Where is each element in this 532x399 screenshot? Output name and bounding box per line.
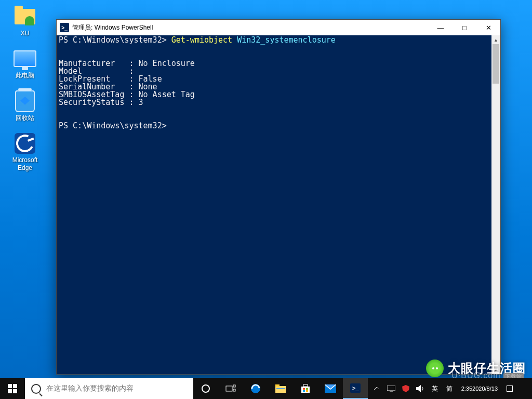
folder-user-icon xyxy=(14,5,36,28)
svg-rect-17 xyxy=(387,385,395,391)
svg-rect-1 xyxy=(226,386,232,391)
taskbar-powershell[interactable]: >_ xyxy=(343,378,368,399)
command-arg: Win32_systemenclosure xyxy=(232,35,336,45)
tray-date: 2020/8/13 xyxy=(472,385,498,392)
svg-rect-2 xyxy=(233,385,235,387)
svg-rect-12 xyxy=(303,390,305,392)
svg-rect-6 xyxy=(275,384,280,387)
desktop[interactable]: XU 此电脑 回收站 Microsoft Edge >_ 管理员: Window… xyxy=(0,0,532,399)
tray-notifications[interactable] xyxy=(505,378,514,399)
svg-rect-13 xyxy=(306,390,308,392)
taskbar-edge[interactable] xyxy=(243,378,268,399)
svg-point-0 xyxy=(202,385,209,392)
shield-icon xyxy=(402,385,409,392)
start-button[interactable] xyxy=(0,378,25,399)
window-titlebar[interactable]: >_ 管理员: Windows PowerShell — □ ✕ xyxy=(57,20,500,36)
command-cmdlet: Get-wmiobject xyxy=(171,35,232,45)
tray-time: 2:35 xyxy=(461,385,472,392)
recycle-bin-icon xyxy=(14,90,36,113)
edge-icon xyxy=(14,132,36,155)
svg-marker-19 xyxy=(416,385,421,392)
scrollbar[interactable]: ▲ ▼ xyxy=(491,35,500,374)
window-title: 管理员: Windows PowerShell xyxy=(72,23,429,32)
store-icon xyxy=(300,383,311,394)
this-pc-icon xyxy=(14,47,36,70)
output-line: SecurityStatus : 3 xyxy=(59,98,143,107)
tray-ime-mode[interactable]: 简 xyxy=(445,378,454,399)
scroll-thumb[interactable] xyxy=(493,44,499,84)
taskbar-store[interactable] xyxy=(293,378,318,399)
mail-icon xyxy=(325,384,336,393)
desktop-icon-label: 此电脑 xyxy=(16,72,34,79)
powershell-icon: >_ xyxy=(350,383,361,393)
tray-ime-lang[interactable]: 英 xyxy=(430,378,440,399)
system-tray[interactable]: 英 简 2:35 2020/8/13 xyxy=(369,378,532,399)
file-explorer-icon xyxy=(275,384,286,393)
tray-volume[interactable] xyxy=(416,378,425,399)
wechat-icon xyxy=(426,360,444,377)
show-desktop-button[interactable] xyxy=(520,378,529,399)
powershell-icon: >_ xyxy=(60,23,69,32)
svg-rect-11 xyxy=(306,388,308,390)
task-view-icon xyxy=(225,384,236,393)
cortana-button[interactable] xyxy=(193,378,218,399)
close-button[interactable]: ✕ xyxy=(476,20,500,35)
terminal-area: PS C:\Windows\system32> Get-wmiobject Wi… xyxy=(57,35,500,374)
cortana-icon xyxy=(201,384,210,393)
desktop-icon-this-pc[interactable]: 此电脑 xyxy=(5,47,45,79)
tray-display[interactable] xyxy=(387,378,396,399)
tray-overflow[interactable] xyxy=(372,378,381,399)
search-placeholder: 在这里输入你要搜索的内容 xyxy=(46,384,134,393)
search-icon xyxy=(31,384,41,394)
task-view-button[interactable] xyxy=(218,378,243,399)
desktop-icon-edge[interactable]: Microsoft Edge xyxy=(5,132,45,171)
taskbar[interactable]: 在这里输入你要搜索的内容 >_ 英 简 xyxy=(0,378,532,399)
svg-rect-10 xyxy=(303,388,305,390)
prompt: PS C:\Windows\system32> xyxy=(59,121,167,130)
notification-icon xyxy=(507,385,513,392)
svg-rect-3 xyxy=(233,389,235,391)
tray-security[interactable] xyxy=(401,378,410,399)
volume-icon xyxy=(416,385,424,392)
display-icon xyxy=(387,385,395,392)
desktop-icon-xu[interactable]: XU xyxy=(5,5,45,37)
windows-logo-icon xyxy=(8,384,17,393)
edge-icon xyxy=(250,383,261,394)
desktop-icon-column: XU 此电脑 回收站 Microsoft Edge xyxy=(5,5,45,171)
powershell-window[interactable]: >_ 管理员: Windows PowerShell — □ ✕ PS C:\W… xyxy=(56,19,501,375)
desktop-icon-label: 回收站 xyxy=(16,114,34,122)
svg-rect-7 xyxy=(276,388,285,389)
search-box[interactable]: 在这里输入你要搜索的内容 xyxy=(25,378,193,399)
desktop-icon-label: XU xyxy=(21,30,30,37)
prompt: PS C:\Windows\system32> xyxy=(59,35,171,45)
tray-clock[interactable]: 2:35 2020/8/13 xyxy=(459,378,500,399)
chevron-up-icon xyxy=(374,386,379,391)
svg-rect-8 xyxy=(301,387,310,393)
svg-text:>_: >_ xyxy=(352,385,359,391)
svg-rect-5 xyxy=(275,386,286,393)
desktop-icon-label: Microsoft Edge xyxy=(12,156,38,171)
taskbar-explorer[interactable] xyxy=(268,378,293,399)
maximize-button[interactable]: □ xyxy=(453,20,476,35)
minimize-button[interactable]: — xyxy=(429,20,453,35)
terminal[interactable]: PS C:\Windows\system32> Get-wmiobject Wi… xyxy=(57,35,491,374)
desktop-icon-recycle-bin[interactable]: 回收站 xyxy=(5,90,45,122)
scroll-up-button[interactable]: ▲ xyxy=(491,35,500,44)
svg-rect-9 xyxy=(303,384,308,387)
taskbar-mail[interactable] xyxy=(318,378,343,399)
